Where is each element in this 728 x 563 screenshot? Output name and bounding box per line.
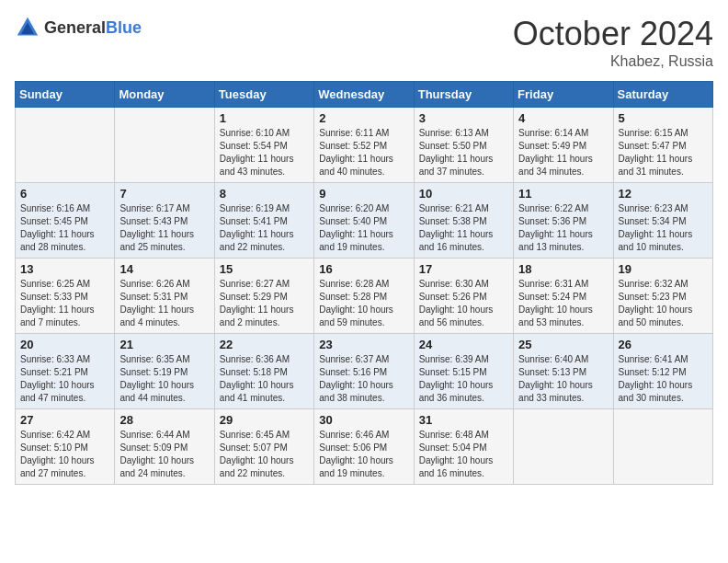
cell-date-number: 2 — [319, 111, 408, 125]
calendar-table: SundayMondayTuesdayWednesdayThursdayFrid… — [15, 81, 713, 485]
calendar-cell: 2Sunrise: 6:11 AM Sunset: 5:52 PM Daylig… — [314, 108, 414, 183]
cell-date-number: 5 — [619, 111, 708, 125]
cell-info-text: Sunrise: 6:28 AM Sunset: 5:28 PM Dayligh… — [319, 278, 408, 329]
calendar-cell: 8Sunrise: 6:19 AM Sunset: 5:41 PM Daylig… — [214, 183, 313, 259]
cell-info-text: Sunrise: 6:39 AM Sunset: 5:15 PM Dayligh… — [419, 353, 508, 405]
calendar-cell: 14Sunrise: 6:26 AM Sunset: 5:31 PM Dayli… — [115, 259, 214, 334]
day-header-monday: Monday — [115, 82, 214, 108]
day-header-wednesday: Wednesday — [314, 82, 414, 108]
logo: GeneralBlue — [15, 15, 142, 40]
cell-info-text: Sunrise: 6:35 AM Sunset: 5:19 PM Dayligh… — [119, 353, 209, 405]
calendar-cell: 13Sunrise: 6:25 AM Sunset: 5:33 PM Dayli… — [16, 259, 115, 334]
cell-info-text: Sunrise: 6:41 AM Sunset: 5:12 PM Dayligh… — [619, 353, 708, 405]
cell-date-number: 16 — [319, 262, 408, 276]
cell-info-text: Sunrise: 6:44 AM Sunset: 5:09 PM Dayligh… — [119, 429, 209, 480]
cell-info-text: Sunrise: 6:17 AM Sunset: 5:43 PM Dayligh… — [119, 202, 209, 254]
cell-date-number: 4 — [518, 111, 608, 125]
calendar-cell: 20Sunrise: 6:33 AM Sunset: 5:21 PM Dayli… — [16, 334, 115, 409]
cell-date-number: 1 — [220, 111, 309, 125]
calendar-cell: 1Sunrise: 6:10 AM Sunset: 5:54 PM Daylig… — [214, 108, 313, 183]
cell-info-text: Sunrise: 6:33 AM Sunset: 5:21 PM Dayligh… — [20, 353, 109, 405]
cell-info-text: Sunrise: 6:11 AM Sunset: 5:52 PM Dayligh… — [319, 127, 408, 178]
cell-date-number: 6 — [20, 187, 109, 201]
cell-info-text: Sunrise: 6:48 AM Sunset: 5:04 PM Dayligh… — [419, 429, 508, 480]
cell-info-text: Sunrise: 6:45 AM Sunset: 5:07 PM Dayligh… — [220, 429, 309, 480]
cell-info-text: Sunrise: 6:22 AM Sunset: 5:36 PM Dayligh… — [518, 202, 608, 254]
cell-date-number: 15 — [220, 262, 309, 276]
calendar-cell — [115, 108, 214, 183]
calendar-cell: 26Sunrise: 6:41 AM Sunset: 5:12 PM Dayli… — [613, 334, 712, 409]
cell-info-text: Sunrise: 6:42 AM Sunset: 5:10 PM Dayligh… — [20, 429, 109, 480]
cell-date-number: 31 — [419, 413, 508, 427]
cell-info-text: Sunrise: 6:25 AM Sunset: 5:33 PM Dayligh… — [20, 278, 109, 329]
cell-date-number: 8 — [220, 187, 309, 201]
cell-date-number: 11 — [518, 187, 608, 201]
calendar-cell — [613, 409, 712, 485]
cell-date-number: 3 — [419, 111, 508, 125]
cell-info-text: Sunrise: 6:23 AM Sunset: 5:34 PM Dayligh… — [619, 202, 708, 254]
cell-date-number: 19 — [619, 262, 708, 276]
cell-date-number: 26 — [619, 338, 708, 351]
page-header: GeneralBlue October 2024 Khabez, Russia — [15, 15, 713, 70]
cell-info-text: Sunrise: 6:36 AM Sunset: 5:18 PM Dayligh… — [220, 353, 309, 405]
calendar-week-row: 6Sunrise: 6:16 AM Sunset: 5:45 PM Daylig… — [16, 183, 713, 259]
cell-date-number: 24 — [419, 338, 508, 351]
logo-general-text: General — [44, 18, 106, 37]
calendar-cell: 23Sunrise: 6:37 AM Sunset: 5:16 PM Dayli… — [314, 334, 414, 409]
cell-date-number: 27 — [20, 413, 109, 427]
cell-info-text: Sunrise: 6:27 AM Sunset: 5:29 PM Dayligh… — [220, 278, 309, 329]
cell-date-number: 29 — [220, 413, 309, 427]
location-title: Khabez, Russia — [513, 53, 713, 70]
calendar-cell: 10Sunrise: 6:21 AM Sunset: 5:38 PM Dayli… — [414, 183, 513, 259]
cell-info-text: Sunrise: 6:16 AM Sunset: 5:45 PM Dayligh… — [20, 202, 109, 254]
calendar-week-row: 27Sunrise: 6:42 AM Sunset: 5:10 PM Dayli… — [16, 409, 713, 485]
cell-info-text: Sunrise: 6:32 AM Sunset: 5:23 PM Dayligh… — [619, 278, 708, 329]
cell-info-text: Sunrise: 6:40 AM Sunset: 5:13 PM Dayligh… — [518, 353, 608, 405]
cell-info-text: Sunrise: 6:21 AM Sunset: 5:38 PM Dayligh… — [419, 202, 508, 254]
calendar-cell: 30Sunrise: 6:46 AM Sunset: 5:06 PM Dayli… — [314, 409, 414, 485]
cell-date-number: 23 — [319, 338, 408, 351]
calendar-cell: 16Sunrise: 6:28 AM Sunset: 5:28 PM Dayli… — [314, 259, 414, 334]
calendar-week-row: 20Sunrise: 6:33 AM Sunset: 5:21 PM Dayli… — [16, 334, 713, 409]
cell-info-text: Sunrise: 6:30 AM Sunset: 5:26 PM Dayligh… — [419, 278, 508, 329]
calendar-cell: 24Sunrise: 6:39 AM Sunset: 5:15 PM Dayli… — [414, 334, 513, 409]
calendar-cell: 6Sunrise: 6:16 AM Sunset: 5:45 PM Daylig… — [16, 183, 115, 259]
calendar-cell: 25Sunrise: 6:40 AM Sunset: 5:13 PM Dayli… — [514, 334, 613, 409]
calendar-cell: 3Sunrise: 6:13 AM Sunset: 5:50 PM Daylig… — [414, 108, 513, 183]
calendar-week-row: 13Sunrise: 6:25 AM Sunset: 5:33 PM Dayli… — [16, 259, 713, 334]
day-header-friday: Friday — [514, 82, 613, 108]
title-block: October 2024 Khabez, Russia — [513, 15, 713, 70]
cell-date-number: 22 — [220, 338, 309, 351]
cell-date-number: 20 — [20, 338, 109, 351]
cell-info-text: Sunrise: 6:20 AM Sunset: 5:40 PM Dayligh… — [319, 202, 408, 254]
cell-date-number: 17 — [419, 262, 508, 276]
cell-info-text: Sunrise: 6:10 AM Sunset: 5:54 PM Dayligh… — [220, 127, 309, 178]
logo-blue-text: Blue — [106, 18, 142, 37]
cell-info-text: Sunrise: 6:13 AM Sunset: 5:50 PM Dayligh… — [419, 127, 508, 178]
calendar-cell: 18Sunrise: 6:31 AM Sunset: 5:24 PM Dayli… — [514, 259, 613, 334]
cell-info-text: Sunrise: 6:46 AM Sunset: 5:06 PM Dayligh… — [319, 429, 408, 480]
day-header-sunday: Sunday — [16, 82, 115, 108]
calendar-cell: 7Sunrise: 6:17 AM Sunset: 5:43 PM Daylig… — [115, 183, 214, 259]
cell-date-number: 25 — [518, 338, 608, 351]
calendar-cell: 15Sunrise: 6:27 AM Sunset: 5:29 PM Dayli… — [214, 259, 313, 334]
cell-date-number: 30 — [319, 413, 408, 427]
cell-info-text: Sunrise: 6:15 AM Sunset: 5:47 PM Dayligh… — [619, 127, 708, 178]
cell-date-number: 12 — [619, 187, 708, 201]
cell-date-number: 14 — [119, 262, 209, 276]
cell-date-number: 21 — [119, 338, 209, 351]
day-header-thursday: Thursday — [414, 82, 513, 108]
month-title: October 2024 — [513, 15, 713, 53]
calendar-cell — [16, 108, 115, 183]
cell-date-number: 18 — [518, 262, 608, 276]
calendar-cell — [514, 409, 613, 485]
calendar-cell: 12Sunrise: 6:23 AM Sunset: 5:34 PM Dayli… — [613, 183, 712, 259]
calendar-cell: 11Sunrise: 6:22 AM Sunset: 5:36 PM Dayli… — [514, 183, 613, 259]
cell-info-text: Sunrise: 6:19 AM Sunset: 5:41 PM Dayligh… — [220, 202, 309, 254]
calendar-cell: 9Sunrise: 6:20 AM Sunset: 5:40 PM Daylig… — [314, 183, 414, 259]
calendar-week-row: 1Sunrise: 6:10 AM Sunset: 5:54 PM Daylig… — [16, 108, 713, 183]
cell-info-text: Sunrise: 6:14 AM Sunset: 5:49 PM Dayligh… — [518, 127, 608, 178]
cell-date-number: 7 — [119, 187, 209, 201]
calendar-cell: 28Sunrise: 6:44 AM Sunset: 5:09 PM Dayli… — [115, 409, 214, 485]
calendar-header-row: SundayMondayTuesdayWednesdayThursdayFrid… — [16, 82, 713, 108]
